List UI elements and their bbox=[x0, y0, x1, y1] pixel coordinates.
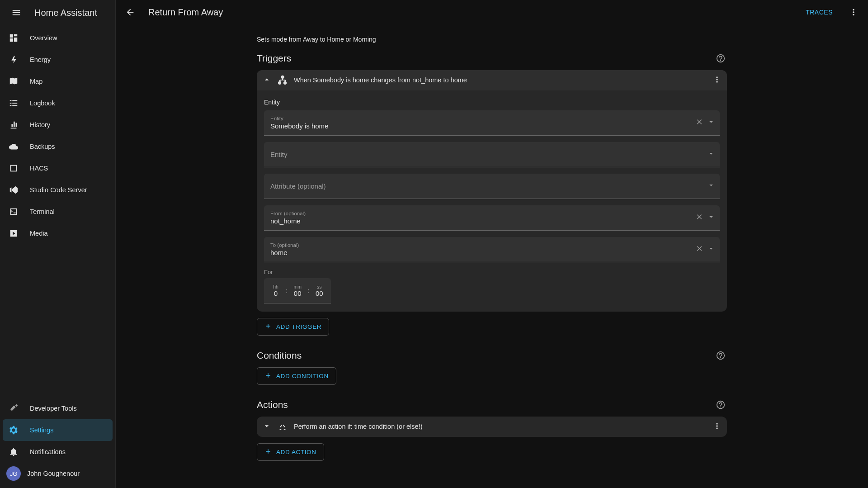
sidebar-header: Home Assistant bbox=[0, 0, 115, 25]
bolt-icon bbox=[8, 55, 19, 65]
sidebar-item-label: HACS bbox=[30, 165, 48, 172]
section-header-triggers: Triggers bbox=[257, 52, 727, 65]
attribute-field[interactable]: Attribute (optional) bbox=[264, 174, 720, 199]
sidebar-item-label: Developer Tools bbox=[30, 405, 77, 412]
sidebar-item-hacs[interactable]: HACS bbox=[3, 157, 113, 179]
back-icon[interactable] bbox=[121, 3, 139, 21]
sidebar-item-logbook[interactable]: Logbook bbox=[3, 92, 113, 114]
for-label: For bbox=[264, 269, 720, 275]
field-value: Somebody is home bbox=[270, 122, 713, 130]
chevron-up-icon bbox=[262, 75, 271, 85]
sidebar-item-terminal[interactable]: Terminal bbox=[3, 201, 113, 223]
sidebar-item-energy[interactable]: Energy bbox=[3, 49, 113, 71]
time-unit: mm bbox=[293, 284, 302, 289]
content-column: Sets mode from Away to Home or Morning T… bbox=[257, 32, 727, 461]
dropdown-icon[interactable] bbox=[707, 150, 715, 159]
traces-link[interactable]: TRACES bbox=[806, 9, 833, 16]
nav-list: Overview Energy Map Logbook History Back… bbox=[0, 25, 115, 396]
play-icon bbox=[8, 228, 19, 238]
chart-icon bbox=[8, 120, 19, 130]
plus-icon bbox=[264, 322, 272, 331]
for-wrap: For hh 0 : mm 00 : bbox=[264, 269, 720, 303]
section-header-conditions: Conditions bbox=[257, 349, 727, 362]
sidebar-item-label: Backups bbox=[30, 143, 55, 150]
content: Sets mode from Away to Home or Morning T… bbox=[116, 25, 868, 488]
overflow-icon[interactable] bbox=[844, 3, 863, 21]
help-icon[interactable] bbox=[714, 349, 727, 362]
sidebar-item-notifications[interactable]: Notifications bbox=[3, 441, 113, 463]
sidebar-bottom: Developer Tools Settings Notifications J… bbox=[0, 396, 115, 488]
field-label: Attribute (optional) bbox=[270, 182, 713, 190]
sidebar-item-label: Map bbox=[30, 78, 42, 85]
branch-icon bbox=[278, 421, 288, 432]
for-ss[interactable]: ss 00 bbox=[313, 284, 326, 297]
clear-icon[interactable] bbox=[695, 245, 703, 254]
app-title: Home Assistant bbox=[34, 8, 97, 18]
sidebar-item-label: Terminal bbox=[30, 208, 55, 215]
menu-icon[interactable] bbox=[7, 4, 25, 22]
topbar: Return From Away TRACES bbox=[116, 0, 868, 25]
trigger-card-body: Entity Entity Somebody is home Entity bbox=[257, 90, 727, 312]
overflow-icon[interactable] bbox=[712, 422, 722, 432]
time-val: 00 bbox=[316, 289, 323, 297]
for-mm[interactable]: mm 00 bbox=[291, 284, 304, 297]
hacs-icon bbox=[8, 163, 19, 173]
bell-icon bbox=[8, 447, 19, 457]
trigger-card-header[interactable]: When Somebody is home changes from not_h… bbox=[257, 70, 727, 90]
sidebar-item-media[interactable]: Media bbox=[3, 223, 113, 244]
add-condition-button[interactable]: ADD CONDITION bbox=[257, 367, 336, 385]
time-unit: hh bbox=[273, 284, 278, 289]
dropdown-icon[interactable] bbox=[707, 213, 715, 223]
section-header-actions: Actions bbox=[257, 398, 727, 411]
colon: : bbox=[307, 287, 309, 294]
for-time-field[interactable]: hh 0 : mm 00 : ss 00 bbox=[264, 278, 331, 303]
for-hh[interactable]: hh 0 bbox=[269, 284, 282, 297]
help-icon[interactable] bbox=[714, 52, 727, 65]
dropdown-icon[interactable] bbox=[707, 118, 715, 128]
clear-icon[interactable] bbox=[695, 213, 703, 223]
dropdown-icon[interactable] bbox=[707, 181, 715, 191]
overflow-icon[interactable] bbox=[712, 75, 722, 85]
button-label: ADD ACTION bbox=[276, 449, 316, 455]
sidebar-item-history[interactable]: History bbox=[3, 114, 113, 136]
page-title: Return From Away bbox=[148, 7, 223, 18]
help-icon[interactable] bbox=[714, 398, 727, 411]
sidebar-item-backups[interactable]: Backups bbox=[3, 136, 113, 157]
time-val: 0 bbox=[274, 289, 278, 297]
to-field[interactable]: To (optional) home bbox=[264, 237, 720, 262]
field-label: Entity bbox=[270, 116, 713, 121]
from-field[interactable]: From (optional) not_home bbox=[264, 205, 720, 231]
list-icon bbox=[8, 98, 19, 108]
plus-icon bbox=[264, 372, 272, 380]
clear-icon[interactable] bbox=[695, 118, 703, 128]
entity-field[interactable]: Entity Somebody is home bbox=[264, 110, 720, 136]
button-label: ADD TRIGGER bbox=[276, 323, 321, 330]
sidebar: Home Assistant Overview Energy Map Logbo… bbox=[0, 0, 116, 488]
dropdown-icon[interactable] bbox=[707, 245, 715, 254]
sidebar-item-user[interactable]: JG John Goughenour bbox=[3, 463, 113, 484]
colon: : bbox=[286, 287, 288, 294]
main: Return From Away TRACES Sets mode from A… bbox=[116, 0, 868, 488]
sidebar-item-settings[interactable]: Settings bbox=[3, 419, 113, 441]
section-title: Conditions bbox=[257, 350, 302, 361]
action-summary: Perform an action if: time condition (or… bbox=[294, 423, 706, 430]
add-action-button[interactable]: ADD ACTION bbox=[257, 443, 324, 461]
sidebar-item-devtools[interactable]: Developer Tools bbox=[3, 398, 113, 419]
section-title: Triggers bbox=[257, 53, 291, 64]
trigger-summary: When Somebody is home changes from not_h… bbox=[294, 76, 706, 84]
sidebar-item-label: Media bbox=[30, 230, 48, 237]
sidebar-item-map[interactable]: Map bbox=[3, 71, 113, 92]
entity-field-2[interactable]: Entity bbox=[264, 142, 720, 167]
automation-description: Sets mode from Away to Home or Morning bbox=[257, 36, 727, 43]
sidebar-item-label: Logbook bbox=[30, 99, 55, 107]
field-label: From (optional) bbox=[270, 211, 713, 216]
sidebar-item-overview[interactable]: Overview bbox=[3, 27, 113, 49]
dashboard-icon bbox=[8, 33, 19, 43]
add-trigger-button[interactable]: ADD TRIGGER bbox=[257, 318, 329, 336]
sidebar-item-label: History bbox=[30, 121, 50, 128]
entity-section-label: Entity bbox=[264, 99, 720, 106]
sidebar-item-code-server[interactable]: Studio Code Server bbox=[3, 179, 113, 201]
action-card-header[interactable]: Perform an action if: time condition (or… bbox=[257, 417, 727, 437]
field-label: To (optional) bbox=[270, 242, 713, 248]
field-value: not_home bbox=[270, 217, 713, 225]
